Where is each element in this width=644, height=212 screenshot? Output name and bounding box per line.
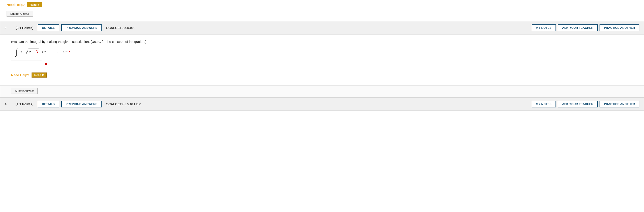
question-3-text: Evaluate the integral by making the give…	[11, 40, 633, 44]
page-wrapper: Need Help? Read It Submit Answer 3. [0/1…	[0, 0, 644, 212]
sqrt-content: z − 3	[28, 49, 38, 55]
wrong-icon: ✕	[44, 61, 48, 67]
question-3-header: 3. [0/1 Points] DETAILS PREVIOUS ANSWERS…	[0, 21, 644, 35]
sqrt-wrapper: √ z − 3	[25, 49, 38, 55]
question-3-answer-input[interactable]	[11, 60, 42, 68]
question-3-footer: Submit Answer	[0, 85, 644, 97]
top-need-help-row: Need Help? Read It	[6, 2, 638, 7]
math-z: z	[20, 49, 22, 54]
question-3-math: ∫ z √ z − 3 dz, u = z − 3	[16, 47, 633, 56]
question-3-need-help: Need Help? Read It	[11, 72, 633, 77]
question-4-number: 4.	[4, 102, 13, 106]
question-3-body: Evaluate the integral by making the give…	[0, 35, 644, 85]
question-4-scalcet-label: SCALCET9 5.5.011.EP.	[106, 102, 530, 106]
question-3-section: 3. [0/1 Points] DETAILS PREVIOUS ANSWERS…	[0, 21, 644, 97]
question-3-practice-another-button[interactable]: PRACTICE ANOTHER	[600, 24, 640, 31]
question-3-ask-teacher-button[interactable]: ASK YOUR TEACHER	[558, 24, 598, 31]
question-4-header: 4. [1/1 Points] DETAILS PREVIOUS ANSWERS…	[0, 97, 644, 111]
question-3-need-help-label: Need Help?	[11, 73, 29, 77]
sqrt-sign: √	[25, 49, 28, 55]
question-3-answer-row: ✕	[11, 60, 633, 68]
question-3-submit-button[interactable]: Submit Answer	[11, 88, 38, 94]
question-3-points: [0/1 Points]	[16, 26, 33, 30]
question-3-number: 3.	[4, 26, 13, 30]
sqrt-red-3: 3	[36, 49, 38, 54]
top-read-it-button[interactable]: Read It	[27, 2, 42, 7]
question-4-previous-answers-button[interactable]: PREVIOUS ANSWERS	[61, 101, 102, 108]
top-submit-answer-button[interactable]: Submit Answer	[6, 11, 33, 17]
top-need-help-label: Need Help?	[6, 3, 25, 7]
top-partial-section: Need Help? Read It Submit Answer	[0, 0, 644, 21]
math-u-eq: u = z − 3	[54, 49, 70, 54]
question-4-details-button[interactable]: DETAILS	[38, 101, 59, 108]
question-4-practice-another-button[interactable]: PRACTICE ANOTHER	[600, 101, 640, 108]
question-3-previous-answers-button[interactable]: PREVIOUS ANSWERS	[61, 24, 102, 31]
question-4-ask-teacher-button[interactable]: ASK YOUR TEACHER	[558, 101, 598, 108]
question-4-points: [1/1 Points]	[16, 102, 33, 106]
integral-symbol: ∫	[16, 47, 18, 56]
question-4-right-buttons: MY NOTES ASK YOUR TEACHER PRACTICE ANOTH…	[532, 101, 640, 108]
question-3-read-it-button[interactable]: Read It	[32, 72, 47, 77]
question-3-my-notes-button[interactable]: MY NOTES	[532, 24, 556, 31]
question-3-right-buttons: MY NOTES ASK YOUR TEACHER PRACTICE ANOTH…	[532, 24, 640, 31]
math-dz: dz,	[41, 49, 48, 54]
u-eq-red-3: 3	[68, 49, 70, 54]
question-3-details-button[interactable]: DETAILS	[38, 24, 59, 31]
question-4-section: 4. [1/1 Points] DETAILS PREVIOUS ANSWERS…	[0, 97, 644, 111]
question-4-my-notes-button[interactable]: MY NOTES	[532, 101, 556, 108]
question-3-scalcet-label: SCALCET9 5.5.008.	[106, 26, 530, 30]
